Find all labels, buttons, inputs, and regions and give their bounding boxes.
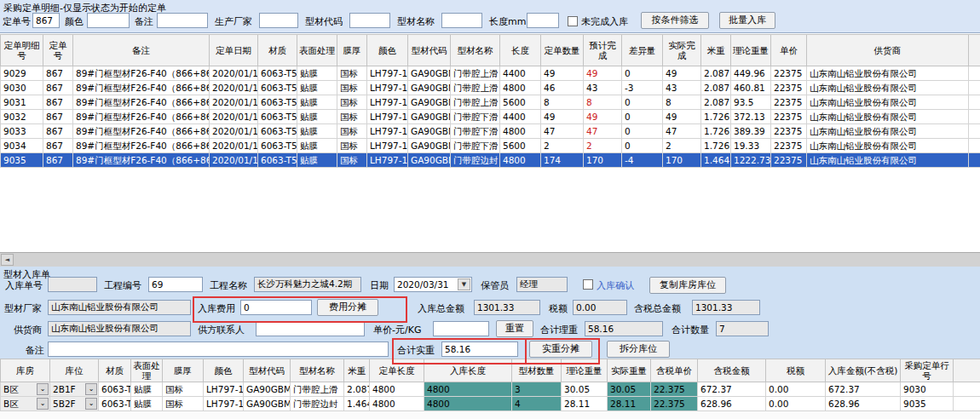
cell[interactable]: 6063-T5 bbox=[258, 110, 297, 124]
column-header[interactable]: 备注 bbox=[73, 35, 210, 66]
cell[interactable]: LH797-1LL0 bbox=[367, 139, 408, 153]
inbound-confirm-checkbox[interactable] bbox=[583, 279, 593, 290]
cell[interactable]: 867 bbox=[43, 139, 73, 153]
cell[interactable]: 0 bbox=[622, 124, 663, 139]
cell[interactable]: 9030 bbox=[1, 81, 43, 95]
cell[interactable]: 389.39 bbox=[731, 124, 771, 139]
cell[interactable]: 89#门框型材F26-F40（866+867） bbox=[73, 66, 210, 81]
cell[interactable]: 4800 bbox=[424, 397, 512, 411]
total-with-tax-input[interactable] bbox=[692, 300, 760, 315]
column-header[interactable]: 型材数量 bbox=[512, 359, 562, 382]
cell[interactable]: 22375 bbox=[771, 153, 807, 168]
column-header[interactable]: 米重 bbox=[344, 359, 370, 382]
cell[interactable]: 2 bbox=[663, 139, 701, 153]
table-row[interactable]: 903186789#门框型材F26-F40（866+867）2020/01/13… bbox=[1, 95, 980, 110]
cell[interactable]: 89#门框型材F26-F40（866+867） bbox=[73, 124, 210, 139]
column-header[interactable]: 定单日期 bbox=[210, 35, 258, 66]
cell[interactable]: 9033 bbox=[1, 124, 43, 139]
column-header[interactable]: 库位 bbox=[50, 359, 99, 382]
cell[interactable]: 93.5 bbox=[731, 95, 771, 110]
cell[interactable]: 2020/01/13 bbox=[210, 81, 258, 95]
cell[interactable]: 山东南山铝业股份有限公司 bbox=[807, 95, 969, 110]
cell[interactable]: 贴膜 bbox=[131, 397, 163, 411]
cell[interactable]: 0 bbox=[622, 95, 663, 110]
cell[interactable]: GA90GBM04 bbox=[408, 139, 451, 153]
cell[interactable] bbox=[954, 382, 980, 397]
cell[interactable]: 2020/01/13 bbox=[210, 95, 258, 110]
column-header[interactable]: 供货商 bbox=[807, 35, 969, 66]
cell[interactable]: 867 bbox=[43, 81, 73, 95]
cell[interactable]: 1.726 bbox=[701, 124, 731, 139]
column-header[interactable]: 型材代码 bbox=[408, 35, 451, 66]
cell[interactable]: GA90GBM05 bbox=[244, 397, 291, 411]
cell[interactable]: 2020/01/13 bbox=[210, 110, 258, 124]
cell[interactable]: 672.37 bbox=[826, 382, 901, 397]
column-header[interactable]: 表面处理 bbox=[131, 359, 163, 382]
cell[interactable]: 3 bbox=[512, 382, 562, 397]
column-header[interactable]: 税额 bbox=[766, 359, 826, 382]
cell[interactable]: 1.726 bbox=[701, 139, 731, 153]
cell[interactable]: 49 bbox=[584, 66, 622, 81]
column-header[interactable]: 定单数量 bbox=[541, 35, 584, 66]
cell[interactable]: 9031 bbox=[1, 95, 43, 110]
column-header[interactable]: 入库金额(不含税) bbox=[826, 359, 901, 382]
color-input[interactable] bbox=[87, 13, 130, 28]
split-location-button[interactable]: 拆分库位 bbox=[607, 341, 670, 358]
cell[interactable]: 0.00 bbox=[766, 397, 826, 411]
cell[interactable]: 2020/01/13 bbox=[210, 66, 258, 81]
cell[interactable]: 22.375 bbox=[651, 382, 698, 397]
column-header[interactable]: 定单长度 bbox=[370, 359, 424, 382]
unit-price-input[interactable] bbox=[433, 321, 489, 336]
cell[interactable]: GA90GBM03 bbox=[408, 95, 451, 110]
cell[interactable]: 6063-T5 bbox=[258, 139, 297, 153]
cell[interactable]: 0 bbox=[622, 139, 663, 153]
cell[interactable] bbox=[969, 153, 980, 168]
scroll-left-button[interactable]: ◄ bbox=[1, 254, 14, 266]
cell[interactable]: 2020/01/13 bbox=[210, 153, 258, 168]
cell[interactable]: 国标 bbox=[337, 110, 367, 124]
cell[interactable]: 89#门框型材F26-F40（866+867） bbox=[73, 110, 210, 124]
cell[interactable]: -4 bbox=[622, 153, 663, 168]
inbound-total-input[interactable] bbox=[474, 300, 540, 315]
cell[interactable]: 49 bbox=[663, 110, 701, 124]
cell[interactable]: 8 bbox=[541, 95, 584, 110]
cell[interactable]: 6063-T5 bbox=[258, 124, 297, 139]
cell[interactable]: 山东南山铝业股份有限公司 bbox=[807, 81, 969, 95]
profile-name-input[interactable] bbox=[441, 13, 482, 28]
column-header[interactable] bbox=[954, 359, 980, 382]
cell[interactable]: 47 bbox=[663, 124, 701, 139]
cell[interactable]: 6063-T5 bbox=[258, 153, 297, 168]
cell[interactable]: 22375 bbox=[771, 110, 807, 124]
cell[interactable]: 贴膜 bbox=[297, 81, 337, 95]
cell[interactable]: 8 bbox=[584, 95, 622, 110]
cell[interactable]: 6063-T5 bbox=[258, 66, 297, 81]
inbound-no-input[interactable] bbox=[48, 277, 97, 292]
cell[interactable]: GA90GBM04 bbox=[408, 110, 451, 124]
cell[interactable]: LH797-1LL0 bbox=[367, 110, 408, 124]
table-row[interactable]: 903386789#门框型材F26-F40（866+867）2020/01/13… bbox=[1, 124, 980, 139]
cell[interactable]: 170 bbox=[584, 153, 622, 168]
total-actual-weight-input[interactable] bbox=[441, 342, 518, 357]
profile-factory-input[interactable] bbox=[48, 300, 191, 315]
cell[interactable]: 山东南山铝业股份有限公司 bbox=[807, 124, 969, 139]
cell[interactable]: 4800 bbox=[500, 81, 541, 95]
cell[interactable]: 贴膜 bbox=[297, 110, 337, 124]
project-no-input[interactable] bbox=[148, 277, 203, 292]
cell[interactable]: 国标 bbox=[337, 124, 367, 139]
cell[interactable] bbox=[969, 110, 980, 124]
dropdown-arrow-icon[interactable]: ⌄ bbox=[85, 383, 97, 395]
cell[interactable]: 2020/01/13 bbox=[210, 124, 258, 139]
column-header[interactable]: 型材代码 bbox=[244, 359, 291, 382]
copy-warehouse-location-button[interactable]: 复制库房库位 bbox=[649, 277, 726, 294]
cell[interactable] bbox=[969, 124, 980, 139]
cell[interactable]: 89#门框型材F26-F40（866+867） bbox=[73, 95, 210, 110]
fee-allocate-button[interactable]: 费用分摊 bbox=[317, 299, 378, 316]
cell[interactable]: 0 bbox=[622, 66, 663, 81]
cell[interactable]: GA90GBM03 bbox=[244, 382, 291, 397]
table-row[interactable]: 902986789#门框型材F26-F40（866+867）2020/01/13… bbox=[1, 66, 980, 81]
cell[interactable]: 8 bbox=[663, 95, 701, 110]
column-header[interactable] bbox=[969, 35, 980, 66]
cell[interactable]: 0.00 bbox=[766, 382, 826, 397]
cell[interactable]: 贴膜 bbox=[297, 139, 337, 153]
table-row[interactable]: 903286789#门框型材F26-F40（866+867）2020/01/13… bbox=[1, 110, 980, 124]
